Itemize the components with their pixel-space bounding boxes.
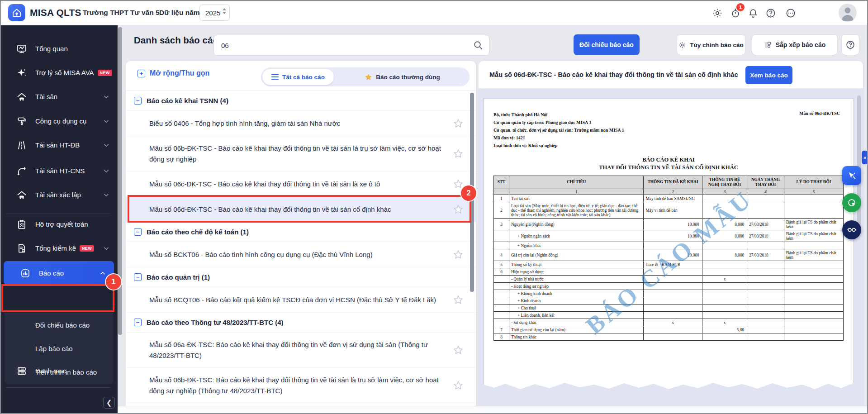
- sidebar-item-h-tr-quy-t-to-n[interactable]: Hỗ trợ quyết toán: [0, 212, 118, 236]
- help-icon: [845, 40, 855, 50]
- tab-all-reports[interactable]: Tất cả báo cáo: [262, 69, 334, 85]
- favorite-star-icon[interactable]: [452, 118, 464, 129]
- clipboard-icon: [16, 219, 27, 230]
- cell-stt: [494, 305, 509, 312]
- remote-support-button[interactable]: [842, 193, 861, 212]
- report-document-preview[interactable]: Bộ, tỉnh: Thành phố Hà NộiCơ quan quản l…: [483, 99, 854, 390]
- year-select[interactable]: 2025: [199, 5, 230, 21]
- report-list-item[interactable]: Mẫu số 06c-ĐK-TSC - Báo cáo kê khai thay…: [126, 171, 476, 197]
- collapse-group-icon[interactable]: −: [134, 273, 142, 281]
- help-icon[interactable]: [765, 8, 776, 19]
- cell-stt: 1: [494, 195, 509, 202]
- sidebar-collapse-button[interactable]: ❮: [103, 397, 115, 409]
- horizontal-scrollbar-track[interactable]: [118, 406, 868, 414]
- sidebar-item-t-ng-ki-m-k-[interactable]: Tổng kiểm kêNEW: [0, 236, 118, 260]
- cell-stt: [494, 242, 509, 249]
- gear-icon[interactable]: [712, 8, 723, 19]
- sidebar-item-danh-m-c[interactable]: Danh mục: [0, 359, 118, 383]
- cell-value: [784, 297, 843, 305]
- favorite-star-icon[interactable]: [452, 148, 464, 160]
- report-group-header[interactable]: −Báo cáo quản trị (1): [126, 267, 476, 287]
- misa-ava-button[interactable]: [842, 166, 861, 185]
- report-group-header[interactable]: −Báo cáo theo Thông tư 48/2023/TT-BTC (4…: [126, 313, 476, 333]
- table-header-row: STTCHỈ TIÊUTHÔNG TIN ĐÃ KÊ KHAITHÔNG TIN…: [494, 176, 844, 189]
- organization-name[interactable]: Trường THPT Tư vấn 5: [83, 0, 160, 25]
- cell-value: [702, 290, 747, 297]
- report-group-header[interactable]: −Báo cáo kê khai TSNN (4): [126, 91, 476, 111]
- more-icon[interactable]: [785, 8, 796, 19]
- sidebar-item-t-i-s-n-ht-cns[interactable]: Tài sản HT-CNS: [0, 159, 118, 183]
- report-item-label: Mẫu số 06d-ĐK-TSC - Báo cáo kê khai thay…: [149, 204, 391, 214]
- collapse-group-icon[interactable]: −: [134, 228, 142, 236]
- cell-value: 27/03/2018: [747, 219, 784, 230]
- cell-value: [644, 268, 702, 276]
- cell-value: [747, 283, 784, 290]
- collapse-group-icon[interactable]: −: [134, 97, 142, 105]
- sidebar-item-t-i-s-n[interactable]: Tài sản: [0, 85, 118, 109]
- customize-report-button[interactable]: Tùy chỉnh báo cáo: [677, 34, 745, 55]
- report-list-item[interactable]: Mẫu số 06d-ĐK-TSC - Báo cáo kê khai thay…: [126, 197, 476, 222]
- report-list-item[interactable]: Mẫu số 06b-ĐK-TSC - Báo cáo kê khai thay…: [126, 136, 476, 171]
- collapse-group-icon[interactable]: −: [134, 319, 142, 326]
- table-row: + Cho thuê: [494, 305, 844, 312]
- search-input[interactable]: [214, 35, 467, 55]
- cell-value: [784, 276, 843, 283]
- cell-value: [702, 202, 747, 219]
- sidebar-subitem-l-p-b-o-c-o[interactable]: Lập báo cáo: [5, 337, 113, 360]
- report-icon: [20, 268, 31, 279]
- chatbot-button[interactable]: [842, 220, 861, 239]
- expand-collapse-link[interactable]: + Mở rộng/Thu gọn: [138, 69, 209, 77]
- sidebar-subitem--i-chi-u-b-o-c-o[interactable]: Đối chiếu báo cáo: [5, 313, 113, 337]
- timer-icon[interactable]: 1: [730, 8, 741, 19]
- bell-icon[interactable]: [748, 8, 759, 19]
- tab-frequent-reports[interactable]: Báo cáo thường dùng: [337, 69, 468, 85]
- sidebar-item-label: Hỗ trợ quyết toán: [35, 220, 88, 228]
- year-spinner[interactable]: [223, 8, 226, 14]
- misa-logo-icon[interactable]: [8, 4, 25, 21]
- avatar[interactable]: [839, 4, 857, 22]
- report-list-item[interactable]: Mẫu số BCKT06 - Báo cáo tình hình công c…: [126, 242, 476, 267]
- favorite-star-icon[interactable]: [452, 344, 464, 356]
- table-column-number: 4: [747, 189, 784, 195]
- view-report-button[interactable]: Xem báo cáo: [745, 66, 792, 84]
- search-icon[interactable]: [473, 40, 484, 51]
- favorite-star-icon[interactable]: [452, 294, 464, 306]
- sidebar-item-c-ng-c-d-ng-c-[interactable]: Công cụ dụng cụ: [0, 109, 118, 133]
- favorite-star-icon[interactable]: [452, 249, 464, 261]
- sort-report-button[interactable]: Sắp xếp báo cáo: [752, 34, 838, 55]
- sidebar-divider: [6, 387, 110, 388]
- report-list-item[interactable]: Biểu số 0406 - Tổng hợp tình hình tăng, …: [126, 111, 476, 136]
- sidebar-item-t-ng-quan[interactable]: Tổng quan: [0, 37, 118, 61]
- sidebar-item-label: Tài sản HT-CNS: [35, 167, 85, 175]
- collapse-panel-tab[interactable]: »: [862, 151, 868, 164]
- sidebar-item-b-o-c-o[interactable]: Báo cáo: [4, 261, 114, 285]
- favorite-star-icon[interactable]: [452, 204, 464, 215]
- table-row: + Kinh doanh: [494, 297, 844, 305]
- report-list-item[interactable]: Mẫu số 06b-ĐK-TSC: Báo cáo kê khai thay …: [126, 368, 476, 403]
- favorite-star-icon[interactable]: [452, 380, 464, 391]
- cell-stt: [494, 290, 509, 297]
- help-button[interactable]: [841, 34, 859, 55]
- sidebar-item-t-i-s-n-ht-b[interactable]: Tài sản HT-ĐB: [0, 133, 118, 157]
- sidebar-item-tr-l-s-misa-ava[interactable]: Trợ lý số MISA AVANEW: [0, 61, 118, 85]
- document-table: STTCHỈ TIÊUTHÔNG TIN ĐÃ KÊ KHAITHÔNG TIN…: [493, 176, 844, 341]
- report-group-header[interactable]: −Báo cáo theo chế độ kế toán (1): [126, 222, 476, 242]
- cell-value: [747, 268, 784, 276]
- report-list-item[interactable]: Mẫu số 06a-ĐK-TSC: Báo cáo kê khai thay …: [126, 333, 476, 368]
- sidebar-item-label: Báo cáo: [39, 269, 64, 277]
- cell-value: [784, 319, 843, 326]
- table-row: 7Thời gian sử dụng còn lại (năm)5,00: [494, 326, 844, 333]
- report-item-label: Biểu số 0406 - Tổng hợp tình hình tăng, …: [149, 118, 340, 128]
- document-org-line: Cơ quan quản lý cấp trên: Phòng giáo dục…: [493, 119, 844, 126]
- cell-value: [702, 283, 747, 290]
- sidebar-item-label: Danh mục: [35, 367, 66, 375]
- report-list-item[interactable]: Mẫu số BCQT06 - Báo cáo kết quả kiểm kê …: [126, 287, 476, 313]
- table-column-header: THÔNG TIN ĐỀ NGHỊ THAY ĐỔI: [702, 176, 747, 189]
- table-column-header: LÝ DO THAY ĐỔI: [784, 176, 843, 189]
- cell-value: [747, 195, 784, 202]
- sidebar-scrollbar[interactable]: [118, 27, 122, 335]
- compare-report-button[interactable]: Đối chiếu báo cáo: [574, 34, 640, 55]
- sidebar-item-t-i-s-n-x-c-l-p[interactable]: Tài sản xác lập: [0, 183, 118, 207]
- cell-value: [644, 333, 702, 341]
- cell-label: Giá trị còn lại (Nghìn đồng): [509, 249, 644, 261]
